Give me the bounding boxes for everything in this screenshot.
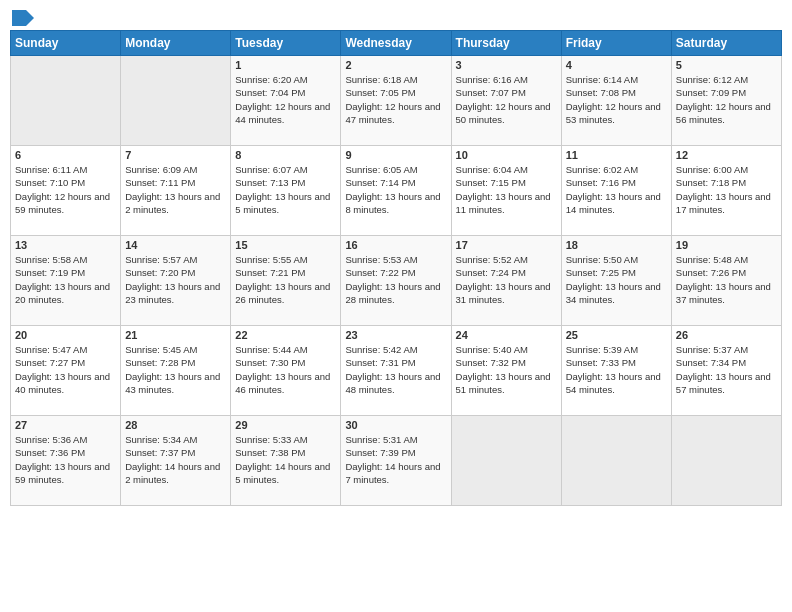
- day-number: 20: [15, 329, 116, 341]
- day-number: 14: [125, 239, 226, 251]
- daylight: Daylight: 12 hours and 47 minutes.: [345, 101, 440, 125]
- day-info: Sunrise: 6:05 AM Sunset: 7:14 PM Dayligh…: [345, 163, 446, 216]
- day-number: 22: [235, 329, 336, 341]
- day-info: Sunrise: 6:04 AM Sunset: 7:15 PM Dayligh…: [456, 163, 557, 216]
- calendar-cell: 12 Sunrise: 6:00 AM Sunset: 7:18 PM Dayl…: [671, 146, 781, 236]
- sunrise: Sunrise: 6:09 AM: [125, 164, 197, 175]
- day-number: 13: [15, 239, 116, 251]
- day-info: Sunrise: 6:02 AM Sunset: 7:16 PM Dayligh…: [566, 163, 667, 216]
- daylight: Daylight: 13 hours and 20 minutes.: [15, 281, 110, 305]
- daylight: Daylight: 13 hours and 8 minutes.: [345, 191, 440, 215]
- sunrise: Sunrise: 6:07 AM: [235, 164, 307, 175]
- day-number: 10: [456, 149, 557, 161]
- daylight: Daylight: 13 hours and 57 minutes.: [676, 371, 771, 395]
- daylight: Daylight: 13 hours and 14 minutes.: [566, 191, 661, 215]
- day-number: 21: [125, 329, 226, 341]
- sunset: Sunset: 7:18 PM: [676, 177, 746, 188]
- day-number: 12: [676, 149, 777, 161]
- daylight: Daylight: 13 hours and 51 minutes.: [456, 371, 551, 395]
- sunset: Sunset: 7:11 PM: [125, 177, 195, 188]
- sunset: Sunset: 7:37 PM: [125, 447, 195, 458]
- day-info: Sunrise: 5:33 AM Sunset: 7:38 PM Dayligh…: [235, 433, 336, 486]
- sunrise: Sunrise: 5:48 AM: [676, 254, 748, 265]
- day-number: 2: [345, 59, 446, 71]
- day-number: 23: [345, 329, 446, 341]
- sunset: Sunset: 7:05 PM: [345, 87, 415, 98]
- sunset: Sunset: 7:16 PM: [566, 177, 636, 188]
- sunset: Sunset: 7:31 PM: [345, 357, 415, 368]
- day-number: 30: [345, 419, 446, 431]
- sunset: Sunset: 7:13 PM: [235, 177, 305, 188]
- daylight: Daylight: 13 hours and 23 minutes.: [125, 281, 220, 305]
- day-number: 17: [456, 239, 557, 251]
- day-number: 1: [235, 59, 336, 71]
- calendar-cell: 24 Sunrise: 5:40 AM Sunset: 7:32 PM Dayl…: [451, 326, 561, 416]
- sunset: Sunset: 7:28 PM: [125, 357, 195, 368]
- daylight: Daylight: 13 hours and 17 minutes.: [676, 191, 771, 215]
- day-number: 26: [676, 329, 777, 341]
- sunrise: Sunrise: 5:58 AM: [15, 254, 87, 265]
- day-info: Sunrise: 6:12 AM Sunset: 7:09 PM Dayligh…: [676, 73, 777, 126]
- sunrise: Sunrise: 6:18 AM: [345, 74, 417, 85]
- daylight: Daylight: 13 hours and 54 minutes.: [566, 371, 661, 395]
- day-number: 15: [235, 239, 336, 251]
- page-header: [10, 10, 782, 22]
- daylight: Daylight: 13 hours and 31 minutes.: [456, 281, 551, 305]
- calendar-cell: 13 Sunrise: 5:58 AM Sunset: 7:19 PM Dayl…: [11, 236, 121, 326]
- day-number: 25: [566, 329, 667, 341]
- day-info: Sunrise: 5:34 AM Sunset: 7:37 PM Dayligh…: [125, 433, 226, 486]
- calendar-cell: 3 Sunrise: 6:16 AM Sunset: 7:07 PM Dayli…: [451, 56, 561, 146]
- day-number: 3: [456, 59, 557, 71]
- calendar-cell: 16 Sunrise: 5:53 AM Sunset: 7:22 PM Dayl…: [341, 236, 451, 326]
- day-number: 6: [15, 149, 116, 161]
- sunset: Sunset: 7:38 PM: [235, 447, 305, 458]
- sunset: Sunset: 7:19 PM: [15, 267, 85, 278]
- day-number: 19: [676, 239, 777, 251]
- sunset: Sunset: 7:07 PM: [456, 87, 526, 98]
- daylight: Daylight: 13 hours and 46 minutes.: [235, 371, 330, 395]
- sunset: Sunset: 7:10 PM: [15, 177, 85, 188]
- day-info: Sunrise: 5:44 AM Sunset: 7:30 PM Dayligh…: [235, 343, 336, 396]
- day-header-thursday: Thursday: [451, 31, 561, 56]
- daylight: Daylight: 13 hours and 5 minutes.: [235, 191, 330, 215]
- day-info: Sunrise: 5:45 AM Sunset: 7:28 PM Dayligh…: [125, 343, 226, 396]
- day-number: 9: [345, 149, 446, 161]
- day-number: 24: [456, 329, 557, 341]
- daylight: Daylight: 13 hours and 2 minutes.: [125, 191, 220, 215]
- day-number: 18: [566, 239, 667, 251]
- week-row-4: 27 Sunrise: 5:36 AM Sunset: 7:36 PM Dayl…: [11, 416, 782, 506]
- daylight: Daylight: 13 hours and 40 minutes.: [15, 371, 110, 395]
- calendar-cell: 11 Sunrise: 6:02 AM Sunset: 7:16 PM Dayl…: [561, 146, 671, 236]
- calendar-cell: 8 Sunrise: 6:07 AM Sunset: 7:13 PM Dayli…: [231, 146, 341, 236]
- sunset: Sunset: 7:24 PM: [456, 267, 526, 278]
- daylight: Daylight: 12 hours and 59 minutes.: [15, 191, 110, 215]
- day-number: 29: [235, 419, 336, 431]
- logo-arrow-icon: [12, 10, 34, 26]
- calendar-cell: 28 Sunrise: 5:34 AM Sunset: 7:37 PM Dayl…: [121, 416, 231, 506]
- day-info: Sunrise: 6:00 AM Sunset: 7:18 PM Dayligh…: [676, 163, 777, 216]
- calendar-cell: 5 Sunrise: 6:12 AM Sunset: 7:09 PM Dayli…: [671, 56, 781, 146]
- week-row-3: 20 Sunrise: 5:47 AM Sunset: 7:27 PM Dayl…: [11, 326, 782, 416]
- daylight: Daylight: 13 hours and 26 minutes.: [235, 281, 330, 305]
- week-row-0: 1 Sunrise: 6:20 AM Sunset: 7:04 PM Dayli…: [11, 56, 782, 146]
- day-number: 8: [235, 149, 336, 161]
- day-header-sunday: Sunday: [11, 31, 121, 56]
- day-number: 28: [125, 419, 226, 431]
- week-row-1: 6 Sunrise: 6:11 AM Sunset: 7:10 PM Dayli…: [11, 146, 782, 236]
- day-info: Sunrise: 5:52 AM Sunset: 7:24 PM Dayligh…: [456, 253, 557, 306]
- sunset: Sunset: 7:32 PM: [456, 357, 526, 368]
- calendar-cell: 22 Sunrise: 5:44 AM Sunset: 7:30 PM Dayl…: [231, 326, 341, 416]
- day-header-wednesday: Wednesday: [341, 31, 451, 56]
- sunset: Sunset: 7:08 PM: [566, 87, 636, 98]
- daylight: Daylight: 14 hours and 7 minutes.: [345, 461, 440, 485]
- calendar-cell: 14 Sunrise: 5:57 AM Sunset: 7:20 PM Dayl…: [121, 236, 231, 326]
- sunset: Sunset: 7:34 PM: [676, 357, 746, 368]
- calendar-cell: 26 Sunrise: 5:37 AM Sunset: 7:34 PM Dayl…: [671, 326, 781, 416]
- daylight: Daylight: 14 hours and 5 minutes.: [235, 461, 330, 485]
- day-number: 7: [125, 149, 226, 161]
- day-info: Sunrise: 6:20 AM Sunset: 7:04 PM Dayligh…: [235, 73, 336, 126]
- calendar-cell: 30 Sunrise: 5:31 AM Sunset: 7:39 PM Dayl…: [341, 416, 451, 506]
- day-header-saturday: Saturday: [671, 31, 781, 56]
- sunset: Sunset: 7:36 PM: [15, 447, 85, 458]
- sunset: Sunset: 7:33 PM: [566, 357, 636, 368]
